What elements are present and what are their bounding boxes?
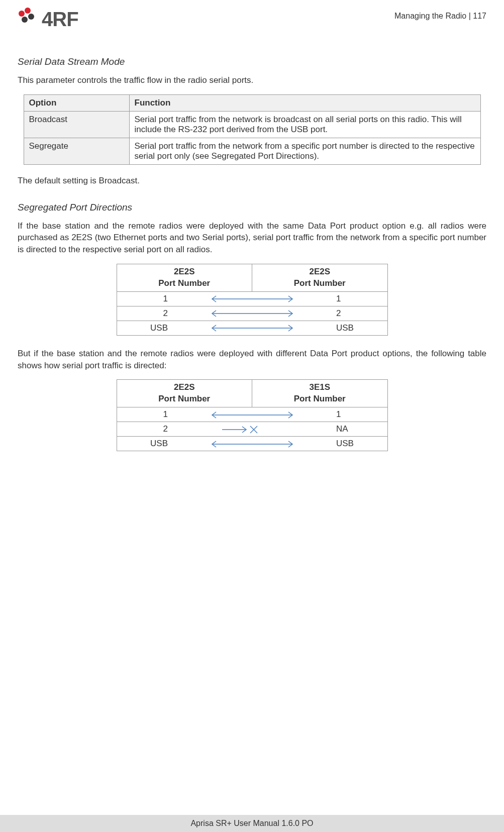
port-number-label: Port Number (294, 278, 346, 288)
port-right: 2 (327, 306, 387, 321)
blocked-arrow-icon (177, 422, 327, 437)
footer-text: Aprisa SR+ User Manual 1.6.0 PO (190, 819, 313, 827)
table-header-option: Option (24, 94, 129, 111)
header-section: Managing the Radio (394, 12, 466, 20)
port-right: 1 (327, 407, 387, 422)
logo-text: 4RF (42, 8, 78, 31)
header-separator: | (466, 12, 473, 20)
port-number-label: Port Number (158, 278, 210, 288)
port-left: 1 (117, 407, 177, 422)
header-page-number: 117 (473, 12, 486, 20)
port-right: NA (327, 422, 387, 437)
svg-point-1 (25, 8, 31, 14)
port-right: 1 (327, 291, 387, 306)
model-label: 3E1S (309, 382, 330, 392)
table-row: USB USB (117, 321, 387, 335)
svg-point-3 (28, 14, 34, 20)
company-logo: 4RF (18, 8, 78, 31)
table-row: Broadcast Serial port traffic from the n… (24, 111, 480, 138)
section-title-segregated: Segregated Port Directions (18, 202, 486, 213)
section-title-serial-mode: Serial Data Stream Mode (18, 56, 486, 67)
table-row: USB USB (117, 437, 387, 451)
port-number-label: Port Number (158, 394, 210, 403)
intro-text-serial-mode: This parameter controls the traffic flow… (18, 74, 486, 86)
svg-point-0 (19, 11, 25, 17)
table-row: 2 2 (117, 306, 387, 321)
mid-text-segregated: But if the base station and the remote r… (18, 348, 486, 372)
port-number-label: Port Number (294, 394, 346, 403)
logo-icon (18, 8, 39, 31)
bidirectional-arrow-icon (177, 306, 327, 321)
table-row: 1 1 (117, 291, 387, 306)
port-right: USB (327, 437, 387, 451)
option-cell: Broadcast (24, 111, 129, 138)
model-label: 2E2S (309, 267, 330, 276)
bidirectional-arrow-icon (177, 407, 327, 422)
options-table: Option Function Broadcast Serial port tr… (24, 94, 481, 165)
table-row: 2 NA (117, 422, 387, 437)
port-mapping-table-different: 2E2S Port Number 3E1S Port Number 1 1 2 … (117, 379, 388, 451)
default-setting-text: The default setting is Broadcast. (18, 175, 486, 187)
model-label: 2E2S (174, 267, 195, 276)
table-row: 1 1 (117, 407, 387, 422)
bidirectional-arrow-icon (177, 291, 327, 306)
page-footer: Aprisa SR+ User Manual 1.6.0 PO (0, 815, 504, 832)
table-header-left: 2E2S Port Number (117, 380, 252, 407)
port-left: 1 (117, 291, 177, 306)
table-header-left: 2E2S Port Number (117, 264, 252, 291)
function-cell: Serial port traffic from the network is … (129, 111, 480, 138)
port-left: 2 (117, 306, 177, 321)
port-left: USB (117, 321, 177, 335)
table-header-row: 2E2S Port Number 3E1S Port Number (117, 380, 387, 407)
header-breadcrumb: Managing the Radio | 117 (394, 8, 486, 21)
table-header-right: 3E1S Port Number (252, 380, 388, 407)
table-row: Segregate Serial port traffic from the n… (24, 138, 480, 164)
table-header-row: 2E2S Port Number 2E2S Port Number (117, 264, 387, 291)
intro-text-segregated: If the base station and the remote radio… (18, 220, 486, 256)
port-mapping-table-same: 2E2S Port Number 2E2S Port Number 1 1 2 … (117, 264, 388, 336)
option-cell: Segregate (24, 138, 129, 164)
port-right: USB (327, 321, 387, 335)
bidirectional-arrow-icon (177, 437, 327, 451)
table-header-row: Option Function (24, 94, 480, 111)
page-header: 4RF Managing the Radio | 117 (18, 0, 486, 41)
function-cell: Serial port traffic from the network fro… (129, 138, 480, 164)
port-left: USB (117, 437, 177, 451)
svg-point-2 (22, 17, 28, 23)
table-header-right: 2E2S Port Number (252, 264, 388, 291)
port-left: 2 (117, 422, 177, 437)
model-label: 2E2S (174, 382, 195, 392)
table-header-function: Function (129, 94, 480, 111)
bidirectional-arrow-icon (177, 321, 327, 335)
